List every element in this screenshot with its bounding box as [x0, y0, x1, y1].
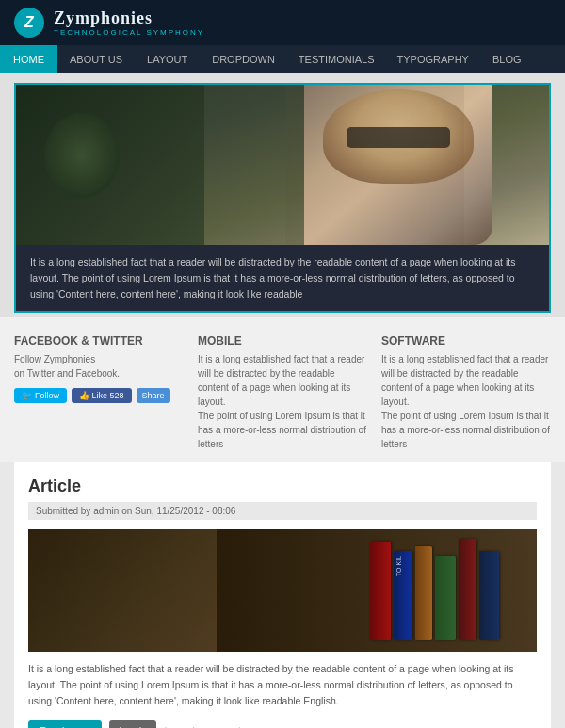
facebook-twitter-col: FACEBOOK & TWITTER Follow Zymphonieson T…: [14, 334, 184, 451]
hero-image: [16, 85, 549, 245]
facebook-icon: 👍: [79, 391, 92, 400]
nav-blog[interactable]: BLOG: [480, 45, 534, 73]
facebook-twitter-desc: Follow Zymphonieson Twitter and Facebook…: [14, 352, 184, 380]
hero-caption: It is a long established fact that a rea…: [16, 245, 549, 311]
facebook-twitter-title: FACEBOOK & TWITTER: [14, 334, 184, 348]
nav-typography[interactable]: TYPOGRAPHY: [386, 45, 480, 73]
twitter-icon: 🐦: [22, 391, 32, 400]
nav-about-us[interactable]: ABOUT US: [57, 45, 135, 73]
nav-testimonials[interactable]: TESTIMONIALS: [287, 45, 386, 73]
logo-text: Zymphonies Technological symphony: [54, 8, 204, 37]
software-text: It is a long established fact that a rea…: [381, 352, 551, 451]
social-buttons: 🐦 Follow 👍 Like 528 Share: [14, 388, 184, 403]
hero-container: It is a long established fact that a rea…: [14, 83, 551, 313]
nav-dropdown[interactable]: DROPDOWN: [200, 45, 287, 73]
article-actions: Read more Log in to post comments: [28, 720, 537, 728]
brand-name: Zymphonies: [54, 8, 204, 28]
logo-circle: Z: [14, 8, 44, 38]
mobile-text: It is a long established fact that a rea…: [198, 352, 367, 451]
three-columns: FACEBOOK & TWITTER Follow Zymphonieson T…: [0, 317, 565, 462]
nav-home[interactable]: HOME: [0, 45, 57, 73]
article-title: Article: [28, 477, 537, 496]
article-section: Article Submitted by admin on Sun, 11/25…: [14, 462, 551, 728]
like-button[interactable]: 👍 Like 528: [72, 388, 132, 403]
mobile-col: MOBILE It is a long established fact tha…: [198, 334, 367, 451]
article-body: It is a long established fact that a rea…: [28, 661, 537, 708]
header: Z Zymphonies Technological symphony: [0, 0, 565, 45]
software-col: SOFTWARE It is a long established fact t…: [381, 334, 551, 451]
mobile-title: MOBILE: [198, 334, 367, 348]
article-meta: Submitted by admin on Sun, 11/25/2012 - …: [28, 502, 537, 520]
software-title: SOFTWARE: [381, 334, 551, 348]
login-button[interactable]: Log in: [109, 720, 156, 728]
follow-button[interactable]: 🐦 Follow: [14, 388, 67, 403]
share-button[interactable]: Share: [137, 388, 170, 403]
hero-wrapper: It is a long established fact that a rea…: [0, 73, 565, 317]
navigation: HOME ABOUT US LAYOUT DROPDOWN TESTIMONIA…: [0, 45, 565, 73]
tagline: Technological symphony: [54, 28, 204, 37]
nav-layout[interactable]: LAYOUT: [135, 45, 200, 73]
read-more-button[interactable]: Read more: [28, 720, 102, 728]
article-image: TO KIL: [28, 529, 537, 652]
